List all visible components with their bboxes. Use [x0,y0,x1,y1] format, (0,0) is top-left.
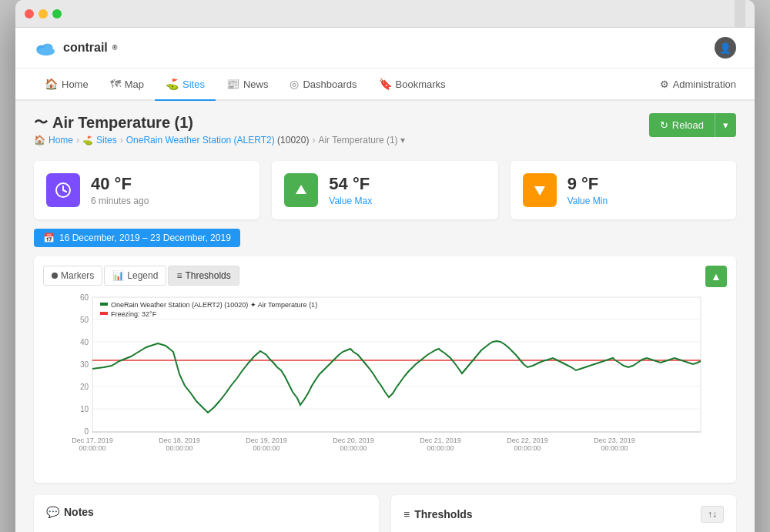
svg-text:00:00:00: 00:00:00 [427,444,454,452]
breadcrumb-station[interactable]: OneRain Weather Station (ALERT2) (10020) [126,135,310,146]
nav-bar: 🏠 Home 🗺 Map ⛳ Sites 📰 News ◎ Dashb [15,69,755,101]
upload-icon: ▲ [711,270,721,283]
svg-text:Freezing: 32°F: Freezing: 32°F [111,310,157,318]
nav-bookmarks-label: Bookmarks [396,79,446,90]
chart-upload-button[interactable]: ▲ [705,266,727,287]
thresholds-card: ≡ Thresholds ↑↓ [391,495,736,532]
reload-main[interactable]: ↻ Reload [649,113,715,137]
svg-text:Dec 22, 2019: Dec 22, 2019 [507,437,548,444]
thresholds-header: ≡ Thresholds ↑↓ [403,506,724,523]
scrollbar[interactable] [735,0,745,27]
thresholds-title-icon: ≡ [403,508,410,520]
svg-text:Dec 17, 2019: Dec 17, 2019 [72,437,113,444]
app-window: contrail® 👤 🏠 Home 🗺 Map ⛳ Sites [15,0,755,532]
tab-legend[interactable]: 📊 Legend [104,266,166,286]
home-icon: 🏠 [45,78,58,90]
traffic-lights [25,9,62,18]
svg-text:Dec 18, 2019: Dec 18, 2019 [159,437,200,444]
wind-icon: 〜 [34,113,48,132]
svg-text:00:00:00: 00:00:00 [340,444,367,452]
notes-card: 💬 Notes [34,495,379,532]
stat-max-label: Value Max [329,196,372,206]
nav-bookmarks[interactable]: 🔖 Bookmarks [368,69,457,101]
nav-map-label: Map [125,79,144,90]
nav-sites[interactable]: ⛳ Sites [155,69,216,101]
tab-legend-label: Legend [127,270,158,281]
svg-marker-7 [296,185,306,194]
reload-icon: ↻ [660,119,668,131]
svg-text:Dec 20, 2019: Dec 20, 2019 [333,437,374,444]
svg-rect-24 [100,303,102,306]
svg-text:10: 10 [80,405,89,413]
svg-text:0: 0 [84,427,89,436]
svg-text:00:00:00: 00:00:00 [601,444,628,452]
svg-text:00:00:00: 00:00:00 [253,444,280,452]
svg-text:60: 60 [80,293,89,302]
bookmarks-icon: 🔖 [379,78,392,90]
close-button[interactable] [25,9,34,18]
chart-container: 60 50 40 30 20 10 0 OneRain Weather Stat… [43,293,727,473]
svg-point-3 [38,47,55,55]
logo-icon [34,39,59,56]
user-avatar[interactable]: 👤 [715,37,736,59]
reload-caret[interactable]: ▾ [715,113,736,137]
titlebar [15,0,755,28]
breadcrumb-home-icon: 🏠 [34,135,45,146]
nav-news[interactable]: 📰 News [216,69,280,101]
stat-card-max: 54 °F Value Max [272,161,497,219]
svg-text:00:00:00: 00:00:00 [79,444,105,452]
app-header: contrail® 👤 [15,28,755,69]
nav-administration[interactable]: ⚙ Administration [660,79,736,90]
logo-text: contrail [63,41,108,55]
sites-icon: ⛳ [166,78,179,90]
tab-markers[interactable]: Markers [43,266,102,286]
stat-min-info: 9 °F Value Min [567,174,608,206]
stat-current-sub: 6 minutes ago [91,196,149,206]
main-content: contrail® 👤 🏠 Home 🗺 Map ⛳ Sites [15,28,755,532]
stats-row: 40 °F 6 minutes ago 54 °F Value Max [15,152,755,229]
svg-text:OneRain Weather Station (ALERT: OneRain Weather Station (ALERT2) (10020)… [111,301,317,309]
stat-current-value: 40 °F [91,174,149,194]
stat-clock-icon [46,173,80,207]
breadcrumb-current: Air Temperature (1) ▾ [318,135,404,146]
stat-min-value: 9 °F [567,174,608,194]
breadcrumb-sites[interactable]: Sites [96,135,117,146]
news-icon: 📰 [226,78,239,90]
nav-map[interactable]: 🗺 Map [99,69,155,101]
reload-button[interactable]: ↻ Reload ▾ [649,113,736,137]
date-range-bar: 📅 16 December, 2019 – 23 December, 2019 [15,229,755,256]
tab-thresholds[interactable]: ≡ Thresholds [168,266,239,286]
temperature-chart: 60 50 40 30 20 10 0 OneRain Weather Stat… [43,293,727,470]
nav-news-label: News [243,79,269,90]
nav-admin-label: Administration [673,79,736,90]
nav-home[interactable]: 🏠 Home [34,69,99,101]
stat-max-info: 54 °F Value Max [329,174,372,206]
bottom-sections: 💬 Notes ≡ Thresholds ↑↓ [15,495,755,532]
threshold-sort-button[interactable]: ↑↓ [701,506,724,523]
thresholds-title: ≡ Thresholds [403,508,473,520]
minimize-button[interactable] [38,9,48,18]
stat-min-label: Value Min [567,196,608,206]
stat-card-current: 40 °F 6 minutes ago [34,161,259,219]
svg-text:Dec 23, 2019: Dec 23, 2019 [594,437,635,444]
legend-icon: 📊 [112,270,124,281]
nav-items: 🏠 Home 🗺 Map ⛳ Sites 📰 News ◎ Dashb [34,69,660,99]
stat-down-icon [523,173,557,207]
breadcrumb-home[interactable]: Home [49,135,73,146]
svg-text:00:00:00: 00:00:00 [166,444,192,452]
svg-text:20: 20 [80,383,89,391]
page-title: 〜 Air Temperature (1) [34,113,405,132]
nav-sites-label: Sites [182,79,205,90]
notes-label: Notes [64,506,94,518]
logo: contrail® [34,39,117,56]
notes-icon: 💬 [46,506,59,518]
nav-home-label: Home [62,79,89,90]
svg-text:Dec 21, 2019: Dec 21, 2019 [420,437,461,444]
breadcrumb-sites-icon: ⛳ [82,136,93,146]
chart-header: Markers 📊 Legend ≡ Thresholds ▲ [43,266,727,293]
nav-dashboards[interactable]: ◎ Dashboards [279,69,367,101]
date-badge[interactable]: 📅 16 December, 2019 – 23 December, 2019 [34,229,240,247]
maximize-button[interactable] [52,9,62,18]
thresholds-icon: ≡ [176,270,182,281]
page-header: 〜 Air Temperature (1) 🏠 Home › ⛳ Sites ›… [15,101,755,152]
